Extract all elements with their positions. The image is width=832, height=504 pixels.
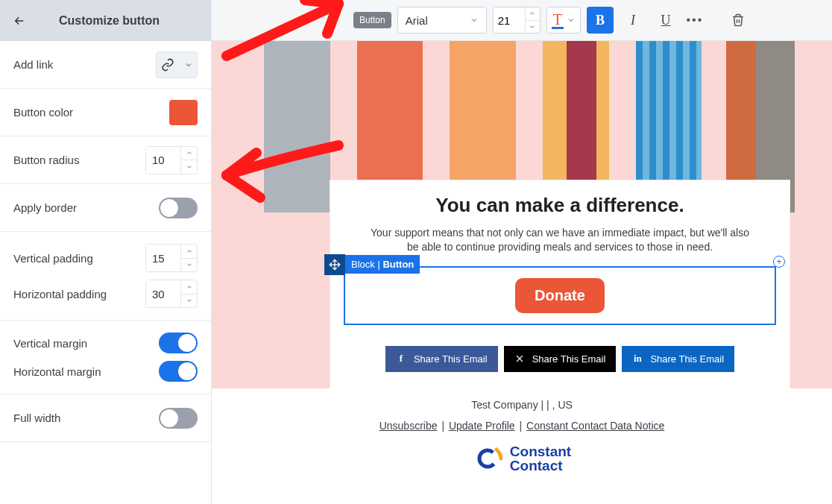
apply-border-label: Apply border bbox=[13, 201, 77, 214]
linkedin-icon: in bbox=[632, 353, 643, 364]
full-width-toggle[interactable] bbox=[159, 408, 198, 429]
row-apply-border: Apply border bbox=[0, 184, 211, 232]
underline-button[interactable]: U bbox=[652, 7, 679, 34]
facebook-icon: f bbox=[396, 353, 406, 364]
button-color-label: Button color bbox=[13, 106, 73, 119]
sidebar-title: Customize button bbox=[37, 14, 199, 28]
horizontal-margin-toggle[interactable] bbox=[159, 361, 198, 382]
footer-company: Test Company | | , US bbox=[212, 399, 832, 411]
share-facebook-label: Share This Email bbox=[414, 353, 488, 365]
share-row: f Share This Email Share This Email in S… bbox=[345, 346, 775, 372]
block-label-prefix: Block | bbox=[351, 259, 382, 270]
main: Button Arial T B I U ••• bbox=[212, 0, 832, 504]
block-label: Block | Button bbox=[345, 255, 420, 274]
row-add-link: Add link bbox=[0, 41, 211, 89]
vertical-margin-toggle[interactable] bbox=[159, 333, 198, 353]
vertical-padding-stepper[interactable] bbox=[145, 244, 198, 272]
card-heading: You can make a difference. bbox=[345, 194, 775, 217]
italic-button[interactable]: I bbox=[620, 7, 646, 34]
logo-text-2: Contact bbox=[510, 459, 571, 473]
share-linkedin[interactable]: in Share This Email bbox=[622, 346, 734, 372]
chevron-up-icon[interactable] bbox=[181, 147, 197, 161]
row-margin: Vertical margin Horizontal margin bbox=[0, 321, 211, 394]
text-color-picker[interactable]: T bbox=[546, 7, 581, 34]
chevron-down-icon bbox=[179, 52, 197, 78]
card-body: Your support means that not only can we … bbox=[366, 226, 754, 254]
toolbar: Button Arial T B I U ••• bbox=[212, 0, 832, 41]
chevron-down-icon[interactable] bbox=[526, 21, 540, 34]
delete-button[interactable] bbox=[730, 12, 746, 28]
share-x[interactable]: Share This Email bbox=[504, 346, 617, 372]
font-size-input[interactable] bbox=[494, 7, 525, 33]
more-button[interactable]: ••• bbox=[685, 13, 705, 27]
add-block-button[interactable]: + bbox=[773, 256, 785, 268]
chevron-down-icon bbox=[470, 16, 479, 25]
share-facebook[interactable]: f Share This Email bbox=[385, 346, 498, 372]
data-notice-link[interactable]: Constant Contact Data Notice bbox=[526, 420, 664, 432]
unsubscribe-link[interactable]: Unsubscribe bbox=[379, 420, 438, 432]
share-linkedin-label: Share This Email bbox=[650, 353, 724, 365]
sidebar: Customize button Add link Button color B… bbox=[0, 0, 212, 504]
row-full-width: Full width bbox=[0, 394, 211, 442]
donate-button[interactable]: Donate bbox=[515, 278, 605, 313]
content-card[interactable]: You can make a difference. Your support … bbox=[330, 180, 790, 394]
text-color-icon: T bbox=[552, 12, 564, 29]
horizontal-padding-input[interactable] bbox=[146, 280, 180, 307]
email-footer: Test Company | | , US Unsubscribe | Upda… bbox=[212, 388, 832, 504]
share-x-label: Share This Email bbox=[532, 353, 606, 365]
row-button-radius: Button radius bbox=[0, 136, 211, 184]
row-button-color: Button color bbox=[0, 89, 211, 136]
x-icon bbox=[514, 353, 525, 364]
font-family-select[interactable]: Arial bbox=[397, 7, 487, 34]
add-link-control[interactable] bbox=[156, 51, 198, 78]
vertical-margin-label: Vertical margin bbox=[13, 337, 87, 350]
full-width-label: Full width bbox=[13, 412, 60, 424]
sidebar-header: Customize button bbox=[0, 0, 211, 41]
horizontal-padding-label: Horizontal padding bbox=[13, 288, 107, 300]
chevron-up-icon[interactable] bbox=[181, 245, 197, 259]
button-radius-label: Button radius bbox=[13, 154, 79, 166]
chevron-up-icon[interactable] bbox=[526, 7, 540, 21]
update-profile-link[interactable]: Update Profile bbox=[449, 420, 515, 432]
apply-border-toggle[interactable] bbox=[159, 198, 198, 218]
horizontal-margin-label: Horizontal margin bbox=[13, 365, 101, 378]
bold-button[interactable]: B bbox=[587, 7, 614, 34]
element-type-badge: Button bbox=[353, 12, 391, 28]
vertical-padding-label: Vertical padding bbox=[13, 252, 93, 265]
chevron-down-icon[interactable] bbox=[181, 259, 197, 272]
block-label-type: Button bbox=[382, 259, 414, 270]
chevron-down-icon[interactable] bbox=[181, 160, 197, 174]
constant-contact-logo-mark bbox=[473, 444, 502, 473]
logo-text-1: Constant bbox=[510, 444, 571, 459]
add-link-label: Add link bbox=[13, 58, 53, 71]
chevron-down-icon bbox=[567, 16, 576, 25]
back-button[interactable] bbox=[12, 13, 27, 28]
canvas[interactable]: You can make a difference. Your support … bbox=[212, 41, 832, 504]
link-icon bbox=[157, 52, 179, 78]
button-radius-input[interactable] bbox=[146, 147, 180, 174]
button-color-swatch[interactable] bbox=[169, 100, 198, 125]
font-family-value: Arial bbox=[406, 14, 428, 27]
chevron-down-icon[interactable] bbox=[181, 294, 197, 308]
row-padding: Vertical padding Horizontal padding bbox=[0, 232, 211, 321]
font-size-stepper[interactable] bbox=[493, 7, 541, 34]
move-handle[interactable] bbox=[324, 254, 345, 275]
vertical-padding-input[interactable] bbox=[146, 245, 180, 271]
button-radius-stepper[interactable] bbox=[145, 146, 198, 174]
horizontal-padding-stepper[interactable] bbox=[145, 280, 198, 308]
chevron-up-icon[interactable] bbox=[181, 280, 197, 294]
constant-contact-logo: Constant Contact bbox=[212, 444, 832, 473]
selected-block[interactable]: Block | Button + Donate bbox=[344, 266, 776, 325]
